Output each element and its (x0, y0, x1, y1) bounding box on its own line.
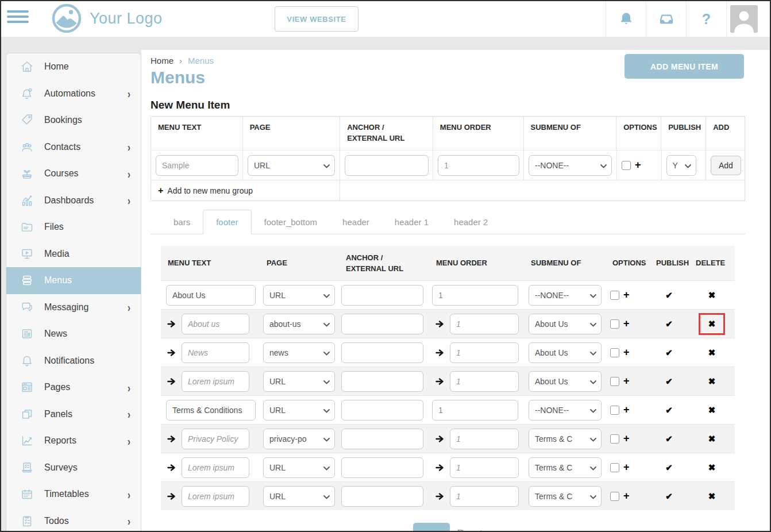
submenu-of-select[interactable]: Terms & C (529, 486, 602, 507)
tab-header[interactable]: header (330, 210, 382, 234)
menu-text-input[interactable] (182, 457, 249, 478)
anchor-url-input[interactable] (341, 285, 423, 306)
add-option-plus-icon[interactable]: + (623, 346, 630, 358)
page-select[interactable]: URL (263, 285, 335, 306)
save-button[interactable]: Save (413, 523, 450, 531)
anchor-url-input[interactable] (341, 429, 423, 449)
anchor-url-input[interactable] (341, 457, 423, 478)
tab-footer[interactable]: footer (203, 210, 251, 234)
anchor-url-input[interactable] (341, 486, 423, 507)
add-option-plus-icon[interactable]: + (623, 404, 630, 416)
sidebar-item-contacts[interactable]: Contacts› (6, 134, 141, 161)
sidebar-item-automations[interactable]: Automations› (6, 80, 141, 107)
options-checkbox[interactable] (610, 319, 619, 329)
menu-order-input[interactable] (450, 371, 519, 392)
add-option-plus-icon[interactable]: + (635, 159, 641, 171)
menu-text-input[interactable] (182, 429, 249, 449)
sidebar-item-media[interactable]: Media (6, 241, 141, 268)
page-select[interactable]: privacy-po (263, 429, 335, 449)
hamburger-menu-icon[interactable] (7, 10, 29, 26)
sidebar-item-home[interactable]: Home (6, 53, 141, 80)
published-check-icon[interactable]: ✔ (665, 434, 673, 444)
anchor-url-input[interactable] (341, 342, 423, 363)
options-checkbox[interactable] (610, 492, 619, 501)
menu-text-input[interactable] (182, 314, 249, 334)
sidebar-item-panels[interactable]: Panels› (6, 401, 141, 428)
delete-x-icon[interactable]: ✖ (708, 290, 716, 300)
tab-header-2[interactable]: header 2 (441, 210, 500, 234)
delete-x-icon[interactable]: ✖ (708, 462, 716, 473)
menu-order-input[interactable] (450, 342, 519, 363)
sidebar-item-reports[interactable]: Reports› (6, 427, 141, 454)
breadcrumb-home[interactable]: Home (151, 56, 174, 65)
add-option-plus-icon[interactable]: + (623, 318, 630, 330)
options-checkbox[interactable] (610, 377, 619, 386)
help-icon[interactable]: ? (686, 1, 726, 37)
add-option-plus-icon[interactable]: + (623, 433, 630, 445)
sidebar-item-notifications[interactable]: Notifications (6, 348, 141, 375)
published-check-icon[interactable]: ✔ (665, 348, 673, 358)
menu-text-input[interactable] (166, 400, 256, 421)
anchor-url-input[interactable] (341, 400, 423, 421)
submenu-of-select[interactable]: About Us (529, 314, 602, 334)
new-options-checkbox[interactable] (622, 161, 631, 170)
add-option-plus-icon[interactable]: + (623, 461, 630, 473)
sidebar-item-todos[interactable]: Todos› (6, 508, 141, 532)
page-select[interactable]: URL (263, 457, 335, 478)
add-menu-item-button[interactable]: ADD MENU ITEM (624, 54, 744, 79)
submenu-of-select[interactable]: Terms & C (529, 429, 602, 449)
sidebar-item-messaging[interactable]: Messaging› (6, 294, 141, 321)
add-row-button[interactable]: Add (711, 156, 741, 175)
menu-order-input[interactable] (450, 314, 519, 334)
tab-header-1[interactable]: header 1 (382, 210, 441, 234)
notifications-bell-icon[interactable] (606, 1, 646, 37)
sidebar-item-dashboards[interactable]: Dashboards› (6, 187, 141, 214)
new-publish-select[interactable]: Y (666, 155, 696, 176)
submenu-of-select[interactable]: --NONE-- (529, 400, 602, 421)
tab-footer_bottom[interactable]: footer_bottom (252, 210, 330, 234)
new-submenu-of-select[interactable]: --NONE-- (529, 155, 612, 176)
page-select[interactable]: URL (263, 400, 335, 421)
options-checkbox[interactable] (610, 348, 619, 357)
submenu-of-select[interactable]: Terms & C (529, 457, 602, 478)
menu-order-input[interactable] (450, 486, 519, 507)
new-menu-order-input[interactable] (438, 155, 519, 176)
add-option-plus-icon[interactable]: + (623, 490, 630, 502)
new-anchor-url-input[interactable] (345, 155, 429, 176)
logo[interactable]: Your Logo (52, 3, 163, 33)
submenu-of-select[interactable]: About Us (529, 342, 602, 363)
anchor-url-input[interactable] (341, 371, 423, 392)
delete-x-icon[interactable]: ✖ (708, 319, 716, 329)
published-check-icon[interactable]: ✔ (665, 491, 673, 502)
menu-text-input[interactable] (182, 486, 249, 507)
menu-order-input[interactable] (432, 400, 518, 421)
avatar[interactable] (726, 1, 770, 37)
menu-text-input[interactable] (166, 285, 256, 306)
published-check-icon[interactable]: ✔ (665, 319, 673, 329)
sidebar-item-courses[interactable]: Courses› (6, 160, 141, 187)
page-select[interactable]: URL (263, 371, 335, 392)
sidebar-item-files[interactable]: Files (6, 214, 141, 241)
new-page-select[interactable]: URL (248, 155, 335, 176)
delete-x-icon[interactable]: ✖ (708, 405, 716, 415)
page-select[interactable]: URL (263, 486, 335, 507)
add-to-new-menu-group-link[interactable]: +Add to new menu group (151, 180, 340, 201)
submenu-of-select[interactable]: About Us (529, 371, 602, 392)
options-checkbox[interactable] (610, 291, 619, 300)
add-option-plus-icon[interactable]: + (623, 375, 630, 387)
sidebar-item-pages[interactable]: Pages› (6, 374, 141, 401)
add-option-plus-icon[interactable]: + (623, 289, 630, 301)
sidebar-item-surveys[interactable]: Surveys (6, 454, 141, 481)
published-check-icon[interactable]: ✔ (665, 462, 673, 473)
page-select[interactable]: news (263, 342, 335, 363)
published-check-icon[interactable]: ✔ (665, 290, 673, 300)
delete-x-icon[interactable]: ✖ (708, 348, 716, 358)
inbox-icon[interactable] (646, 1, 686, 37)
delete-x-icon[interactable]: ✖ (708, 376, 716, 387)
menu-order-input[interactable] (450, 457, 519, 478)
sidebar-item-menus[interactable]: Menus (6, 267, 141, 294)
tab-bars[interactable]: bars (161, 210, 203, 234)
menu-text-input[interactable] (182, 342, 249, 363)
anchor-url-input[interactable] (341, 314, 423, 334)
reset-button[interactable]: Reset (457, 528, 482, 531)
